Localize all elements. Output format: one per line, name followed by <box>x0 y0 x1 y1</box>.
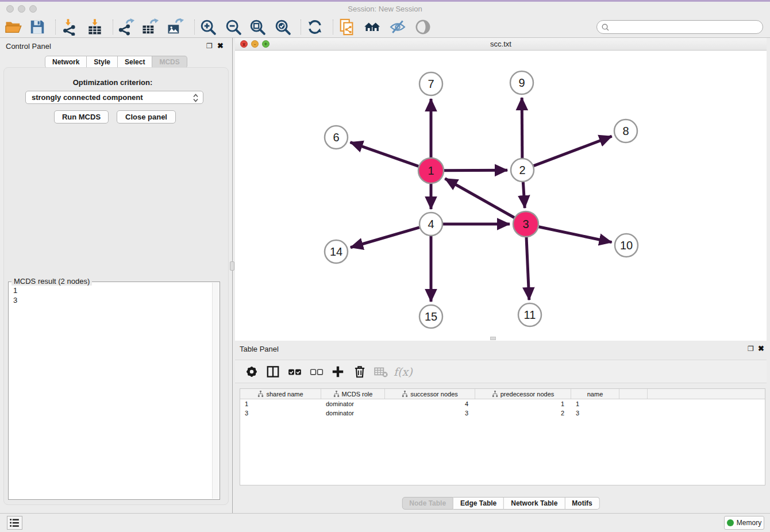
toolbar-separator <box>55 20 56 34</box>
table-cell[interactable]: 1 <box>475 399 571 408</box>
graph-node-4[interactable]: 4 <box>419 213 442 236</box>
delete-row-icon[interactable] <box>352 364 367 379</box>
zoom-out-icon[interactable] <box>225 18 242 36</box>
import-network-icon[interactable] <box>61 18 78 36</box>
float-panel-icon[interactable]: ❐ <box>206 42 213 50</box>
show-all-icon[interactable] <box>414 18 432 36</box>
network-minimize-button[interactable]: - <box>251 40 259 48</box>
graph-node-1[interactable]: 1 <box>418 158 444 183</box>
graph-node-10[interactable]: 10 <box>615 234 638 257</box>
tab-network[interactable]: Network <box>45 56 87 68</box>
close-panel-icon[interactable]: ✖ <box>217 42 224 50</box>
open-session-icon[interactable] <box>5 18 22 36</box>
vertical-splitter[interactable] <box>232 38 233 513</box>
float-table-panel-icon[interactable]: ❐ <box>748 345 754 353</box>
select-all-icon[interactable] <box>287 364 302 379</box>
zoom-in-icon[interactable] <box>199 18 217 36</box>
node-table: shared nameMCDS rolesuccessor nodesprede… <box>240 388 765 485</box>
column-header-label: MCDS role <box>342 391 373 398</box>
graph-edge-3-10[interactable] <box>539 227 612 242</box>
network-graph[interactable]: 7968124314101511 <box>235 51 767 341</box>
graph-edge-3-1[interactable] <box>445 179 514 218</box>
graph-node-14[interactable]: 14 <box>325 240 348 263</box>
graph-node-7[interactable]: 7 <box>419 72 442 95</box>
task-history-button[interactable] <box>7 516 22 530</box>
table-row[interactable]: 3dominator323 <box>240 408 765 418</box>
save-session-icon[interactable] <box>29 18 46 36</box>
memory-button[interactable]: Memory <box>724 516 764 530</box>
canvas-resize-handle[interactable] <box>490 337 496 340</box>
zoom-fit-icon[interactable] <box>249 18 266 36</box>
network-maximize-button[interactable]: + <box>262 40 270 48</box>
tab-select[interactable]: Select <box>118 56 152 68</box>
refresh-layout-icon[interactable] <box>306 18 324 36</box>
table-cell[interactable]: 3 <box>240 408 321 418</box>
column-header-shared-name[interactable]: shared name <box>240 389 321 399</box>
mcds-result-scrollbar[interactable] <box>212 283 219 499</box>
deselect-all-icon[interactable] <box>309 364 324 379</box>
column-header-predecessor-nodes[interactable]: predecessor nodes <box>475 389 571 399</box>
table-cell[interactable]: 1 <box>571 399 619 408</box>
graph-edge-2-3[interactable] <box>523 182 525 208</box>
graph-node-15[interactable]: 15 <box>419 305 442 328</box>
hierarchy-icon <box>492 391 498 397</box>
toolbar-separator <box>194 20 195 34</box>
graph-node-3[interactable]: 3 <box>513 211 538 237</box>
clone-network-icon[interactable] <box>338 18 356 36</box>
export-table-icon[interactable] <box>141 18 159 36</box>
toolbar-separator <box>333 20 333 34</box>
tab-node-table[interactable]: Node Table <box>402 497 453 510</box>
column-header-MCDS-role[interactable]: MCDS role <box>321 389 385 399</box>
mcds-result-text[interactable]: 1 3 <box>13 286 17 305</box>
run-mcds-button[interactable]: Run MCDS <box>54 110 109 124</box>
network-canvas[interactable]: 7968124314101511 <box>235 51 767 341</box>
search-input[interactable] <box>612 21 758 33</box>
graph-edge-4-14[interactable] <box>351 228 419 248</box>
table-cell[interactable]: 3 <box>385 408 475 418</box>
add-row-icon[interactable] <box>330 364 345 379</box>
show-column-icon[interactable] <box>265 364 280 379</box>
mcds-result-box: MCDS result (2 nodes) 1 3 <box>8 282 220 500</box>
table-cell[interactable]: dominator <box>321 399 385 408</box>
graph-edge-2-9[interactable] <box>522 98 522 158</box>
tab-mcds[interactable]: MCDS <box>152 56 187 68</box>
table-row[interactable]: 1dominator411 <box>240 399 765 408</box>
table-cell[interactable]: 4 <box>385 399 475 408</box>
export-network-icon[interactable] <box>117 18 134 36</box>
table-cell[interactable]: dominator <box>321 408 385 418</box>
splitter-grip[interactable] <box>230 261 234 271</box>
graph-edge-1-6[interactable] <box>351 142 419 167</box>
column-header-successor-nodes[interactable]: successor nodes <box>385 389 475 399</box>
optimization-criterion-dropdown[interactable]: strongly connected component <box>25 91 203 104</box>
hide-selected-icon[interactable] <box>389 18 406 36</box>
tab-style[interactable]: Style <box>87 56 118 68</box>
close-table-panel-icon[interactable]: ✖ <box>758 345 764 353</box>
network-window-titlebar[interactable]: x - + scc.txt <box>235 38 767 51</box>
search-field[interactable] <box>596 20 763 34</box>
graph-node-6[interactable]: 6 <box>325 126 348 149</box>
table-settings-icon[interactable] <box>244 364 259 379</box>
graph-node-2[interactable]: 2 <box>511 159 534 182</box>
tab-edge-table[interactable]: Edge Table <box>453 497 504 510</box>
apply-function-icon[interactable]: f(x) <box>394 364 413 379</box>
close-panel-button[interactable]: Close panel <box>117 110 176 124</box>
zoom-selected-icon[interactable] <box>274 18 291 36</box>
first-neighbors-icon[interactable] <box>364 18 381 36</box>
table-cell[interactable]: 3 <box>571 408 619 418</box>
delete-table-icon[interactable] <box>374 364 388 379</box>
network-close-button[interactable]: x <box>240 40 248 48</box>
column-header-name[interactable]: name <box>571 389 619 399</box>
export-image-icon[interactable] <box>167 18 184 36</box>
import-table-icon[interactable] <box>86 18 103 36</box>
table-cell[interactable]: 2 <box>475 408 571 418</box>
graph-node-11[interactable]: 11 <box>518 303 541 326</box>
tab-motifs[interactable]: Motifs <box>565 497 599 510</box>
graph-edge-2-8[interactable] <box>534 136 612 165</box>
tab-network-table[interactable]: Network Table <box>504 497 565 510</box>
graph-node-9[interactable]: 9 <box>510 71 533 94</box>
graph-node-8[interactable]: 8 <box>614 119 637 142</box>
graph-edge-1-2[interactable] <box>444 170 507 171</box>
table-cell[interactable]: 1 <box>240 399 321 408</box>
svg-text:8: 8 <box>622 125 629 137</box>
graph-edge-3-11[interactable] <box>526 237 529 300</box>
